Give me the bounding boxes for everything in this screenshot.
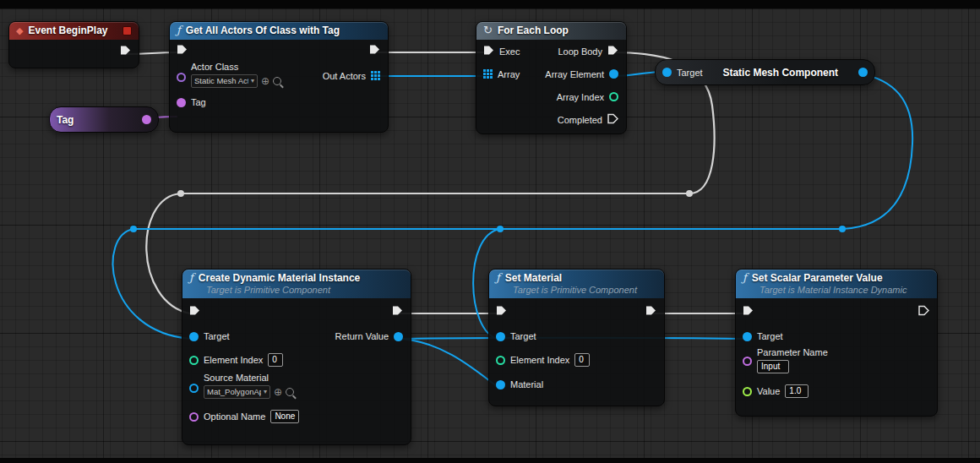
chevron-down-icon: ▾: [251, 75, 254, 87]
reroute-node[interactable]: [839, 226, 846, 232]
node-header[interactable]: ƒ Get All Actors Of Class with Tag: [170, 22, 388, 40]
node-get-all-actors-of-class-with-tag[interactable]: ƒ Get All Actors Of Class with Tag Actor…: [169, 21, 389, 133]
element-index-input[interactable]: 0: [268, 353, 283, 367]
exec-out-pin[interactable]: [369, 43, 380, 58]
use-selected-icon[interactable]: ⊕: [261, 77, 270, 86]
exec-in-pin[interactable]: [483, 44, 494, 59]
node-header[interactable]: ↻ For Each Loop: [476, 22, 626, 40]
exec-in-pin[interactable]: [496, 304, 507, 319]
material-pin[interactable]: [496, 380, 505, 389]
reroute-node[interactable]: [177, 190, 184, 197]
return-value-pin[interactable]: [394, 332, 403, 341]
tag-label: Tag: [191, 97, 206, 107]
target-label: Target: [204, 331, 230, 341]
target-input-pin[interactable]: [662, 68, 672, 77]
node-get-tag-variable[interactable]: Tag: [49, 106, 159, 133]
function-icon: ƒ: [177, 25, 181, 35]
exec-label: Exec: [499, 46, 520, 57]
out-actors-array-pin[interactable]: [371, 68, 380, 84]
actor-class-dropdown[interactable]: Static Mesh Actor ▾: [191, 74, 258, 88]
element-index-input[interactable]: 0: [574, 353, 590, 367]
element-index-label: Element Index: [510, 355, 569, 365]
node-subtitle: Target is Primitive Component: [206, 285, 404, 295]
actor-class-pin[interactable]: [177, 73, 186, 82]
value-input[interactable]: 1.0: [785, 384, 808, 398]
node-subtitle: Target is Material Instance Dynamic: [760, 285, 930, 295]
source-material-dropdown[interactable]: Mat_PolygonApc ▾: [204, 385, 270, 399]
node-title: Create Dynamic Material Instance: [199, 272, 360, 284]
reroute-node[interactable]: [686, 190, 693, 197]
element-index-pin[interactable]: [496, 356, 505, 365]
wire-returnvalue-to-material: [397, 339, 498, 387]
function-icon: ƒ: [743, 273, 747, 283]
target-label: Target: [677, 68, 703, 78]
node-for-each-loop[interactable]: ↻ For Each Loop Exec Loop Body Array Arr…: [476, 21, 627, 134]
blueprint-graph-canvas[interactable]: ◆ Event BeginPlay Tag ƒ Get All Actors O…: [0, 0, 980, 463]
browse-icon[interactable]: [286, 388, 294, 396]
use-selected-icon[interactable]: ⊕: [274, 388, 282, 397]
node-event-beginplay[interactable]: ◆ Event BeginPlay: [8, 21, 139, 68]
source-material-pin[interactable]: [189, 384, 199, 393]
tag-input-pin[interactable]: [177, 98, 186, 107]
window-edge-top: [0, 0, 980, 8]
actor-class-value: Static Mesh Actor: [194, 75, 248, 87]
node-title: Static Mesh Component: [722, 67, 838, 79]
node-title: For Each Loop: [498, 25, 569, 36]
function-icon: ƒ: [189, 273, 193, 283]
parameter-name-input[interactable]: Input: [757, 360, 789, 373]
event-icon: ◆: [16, 26, 23, 35]
node-header[interactable]: ƒ Create Dynamic Material Instance Targe…: [182, 270, 411, 298]
exec-out-pin[interactable]: [645, 304, 656, 319]
array-input-pin[interactable]: [483, 67, 493, 82]
node-header[interactable]: ƒ Set Scalar Parameter Value Target is M…: [736, 270, 937, 298]
node-header[interactable]: ƒ Set Material Target is Primitive Compo…: [489, 270, 664, 298]
loop-body-pin[interactable]: [607, 44, 618, 59]
exec-out-pin[interactable]: [120, 44, 131, 59]
node-header[interactable]: ◆ Event BeginPlay: [9, 22, 139, 40]
reroute-node[interactable]: [497, 226, 504, 232]
value-pin[interactable]: [743, 387, 752, 396]
chevron-down-icon: ▾: [264, 386, 267, 398]
node-subtitle: Target is Primitive Component: [513, 285, 657, 295]
out-actors-label: Out Actors: [323, 71, 366, 81]
target-pin[interactable]: [189, 332, 199, 341]
node-set-material[interactable]: ƒ Set Material Target is Primitive Compo…: [488, 269, 665, 406]
value-label: Value: [757, 386, 780, 396]
array-index-pin[interactable]: [609, 92, 618, 101]
material-label: Material: [510, 379, 543, 389]
node-get-static-mesh-component[interactable]: Target Static Mesh Component: [655, 59, 875, 85]
event-indicator: [122, 26, 132, 35]
tag-output-pin[interactable]: [142, 115, 151, 124]
element-index-label: Element Index: [204, 355, 263, 365]
source-material-value: Mat_PolygonApc: [207, 386, 261, 398]
exec-in-pin[interactable]: [743, 304, 754, 319]
node-title: Tag: [57, 114, 74, 126]
exec-out-pin[interactable]: [918, 304, 929, 319]
return-value-label: Return Value: [335, 331, 389, 341]
node-title: Get All Actors Of Class with Tag: [186, 25, 340, 36]
loop-icon: ↻: [483, 25, 493, 35]
reroute-node[interactable]: [130, 226, 137, 232]
window-edge-bottom: [0, 458, 980, 463]
array-element-pin[interactable]: [609, 69, 618, 79]
node-set-scalar-parameter-value[interactable]: ƒ Set Scalar Parameter Value Target is M…: [735, 269, 938, 417]
completed-pin[interactable]: [607, 112, 618, 128]
parameter-name-pin[interactable]: [743, 357, 752, 366]
optional-name-pin[interactable]: [189, 412, 199, 422]
node-create-dynamic-material-instance[interactable]: ƒ Create Dynamic Material Instance Targe…: [182, 269, 411, 445]
exec-in-pin[interactable]: [177, 43, 188, 58]
target-pin[interactable]: [496, 332, 505, 341]
component-output-pin[interactable]: [858, 68, 868, 77]
optional-name-input[interactable]: None: [270, 410, 299, 423]
exec-out-pin[interactable]: [392, 304, 403, 319]
target-label: Target: [510, 331, 536, 341]
function-icon: ƒ: [496, 273, 500, 283]
browse-icon[interactable]: [273, 77, 281, 85]
exec-in-pin[interactable]: [189, 304, 200, 319]
node-title: Set Scalar Parameter Value: [752, 272, 883, 284]
target-pin[interactable]: [743, 332, 752, 341]
array-label: Array: [498, 69, 520, 79]
element-index-pin[interactable]: [189, 356, 199, 365]
node-title: Event BeginPlay: [28, 25, 107, 36]
wire-bus-to-createdmi-target: [113, 229, 190, 339]
